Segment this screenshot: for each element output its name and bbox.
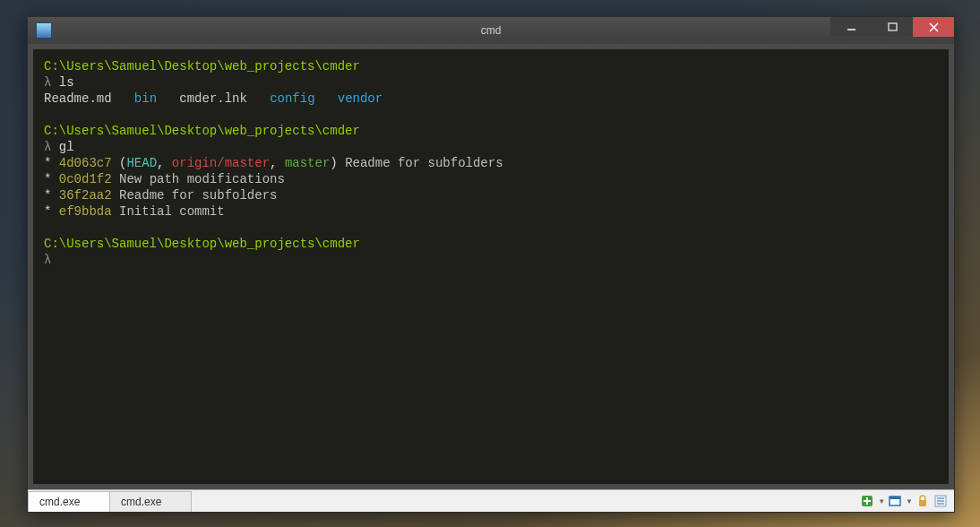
window-title: cmd [481,24,502,37]
window-icon [889,495,901,507]
log-star: * [44,204,51,219]
ls-item-lnk: cmder.lnk [179,91,247,106]
window-controls [830,17,954,37]
svg-rect-8 [890,497,900,499]
tab-cmd-2[interactable]: cmd.exe [109,491,192,512]
tab-cmd-1[interactable]: cmd.exe [28,491,110,512]
dropdown-icon[interactable]: ▼ [878,497,885,505]
log-star: * [44,172,51,186]
svg-rect-1 [889,23,897,30]
svg-rect-0 [847,29,855,30]
app-icon [36,22,52,39]
log-msg: Readme for subfolders [119,188,277,203]
tab-label: cmd.exe [121,496,161,508]
command-ls: ls [59,75,74,90]
log-ref-origin: origin/master [172,156,270,170]
dropdown-icon[interactable]: ▼ [906,497,913,505]
lock-button[interactable] [915,493,931,509]
log-hash: 0c0d1f2 [59,172,112,186]
ls-item-config: config [270,91,314,106]
log-hash: 4d063c7 [59,156,112,170]
log-msg: Initial commit [119,204,225,219]
hamburger-icon [934,495,947,507]
maximize-button[interactable] [872,17,913,37]
prompt-path: C:\Users\Samuel\Desktop\web_projects\cmd… [44,124,360,138]
ls-item-bin: bin [134,91,157,106]
log-msg: Readme for subfolders [345,156,503,170]
prompt-path: C:\Users\Samuel\Desktop\web_projects\cmd… [44,237,360,251]
log-star: * [44,188,51,203]
minimize-button[interactable] [830,17,872,37]
command-gl: gl [59,140,74,154]
status-bar: cmd.exe cmd.exe ▼ ▼ [28,489,954,512]
log-hash: 36f2aa2 [59,188,112,203]
svg-rect-9 [919,500,926,506]
titlebar[interactable]: cmd [28,17,954,44]
ls-item-vendor: vendor [338,91,383,106]
log-star: * [44,156,51,170]
minimize-icon [847,22,856,32]
tab-label: cmd.exe [39,496,80,508]
prompt-path: C:\Users\Samuel\Desktop\web_projects\cmd… [44,59,360,73]
log-ref-head: HEAD [126,156,157,170]
window-list-button[interactable] [887,493,903,509]
close-icon [929,22,939,32]
log-msg: New path modifications [119,172,285,186]
plus-icon [861,495,873,507]
close-button[interactable] [913,17,954,37]
app-icon-box [31,18,56,43]
terminal-body[interactable]: C:\Users\Samuel\Desktop\web_projects\cmd… [33,49,949,484]
terminal-window: cmd C:\Users\Samuel\Desktop\web_projects… [27,16,955,513]
maximize-icon [888,22,898,32]
prompt-symbol: λ [44,75,51,90]
prompt-symbol: λ [44,140,51,154]
prompt-symbol: λ [44,253,51,267]
ls-item-readme: Readme.md [44,91,112,106]
log-ref-master: master [285,156,330,170]
log-hash: ef9bbda [59,204,112,219]
lock-icon [917,495,928,507]
status-right-icons: ▼ ▼ [859,490,954,512]
desktop-background: cmd C:\Users\Samuel\Desktop\web_projects… [0,0,980,527]
add-tab-button[interactable] [859,493,875,509]
settings-button[interactable] [933,493,949,509]
